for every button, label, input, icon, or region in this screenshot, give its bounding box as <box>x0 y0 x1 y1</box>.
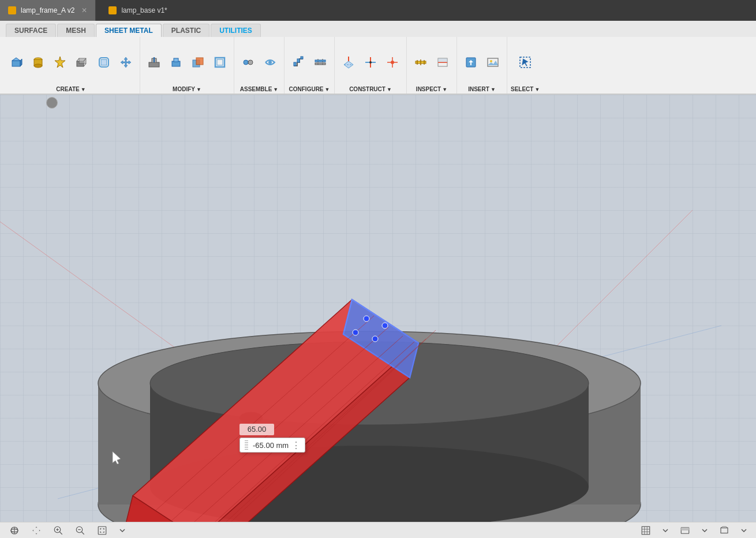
tab-label-lamp-base: lamp_base v1* <box>121 6 167 14</box>
modify-chevron: ▼ <box>196 87 201 92</box>
configure-chevron: ▼ <box>325 87 330 92</box>
tab-mesh[interactable]: MESH <box>57 24 95 37</box>
svg-point-39 <box>391 61 394 64</box>
modify-shell-btn[interactable] <box>209 52 230 73</box>
insert-canvas-btn[interactable] <box>482 52 503 73</box>
assemble-chevron: ▼ <box>273 87 278 92</box>
configure-btn2[interactable] <box>310 52 331 73</box>
svg-rect-19 <box>196 58 203 65</box>
grid-display-btn[interactable] <box>637 524 654 537</box>
inspect-label[interactable]: INSPECT ▼ <box>416 86 447 92</box>
tab-icon-lamp-frame <box>8 6 16 14</box>
construct-label[interactable]: CONSTRUCT ▼ <box>349 86 392 92</box>
svg-line-11 <box>84 63 86 66</box>
svg-point-53 <box>490 60 492 62</box>
display-mode-btn[interactable] <box>676 524 694 537</box>
construct-point-btn[interactable] <box>382 52 403 73</box>
select-label[interactable]: SELECT ▼ <box>511 86 540 92</box>
create-move-btn[interactable] <box>115 52 136 73</box>
pan-btn[interactable] <box>28 524 45 537</box>
svg-rect-8 <box>79 58 86 63</box>
select-btn[interactable] <box>515 52 536 73</box>
bottom-bar <box>0 522 756 538</box>
svg-rect-30 <box>315 63 325 65</box>
assemble-label[interactable]: ASSEMBLE ▼ <box>240 86 278 92</box>
display-dropdown-btn[interactable] <box>698 526 711 535</box>
create-label[interactable]: CREATE ▼ <box>56 86 85 92</box>
construct-axis-btn[interactable] <box>360 52 381 73</box>
modify-press-pull-btn[interactable] <box>144 52 164 73</box>
insert-label[interactable]: INSERT ▼ <box>468 86 496 92</box>
insert-btn1[interactable] <box>461 52 481 73</box>
svg-rect-28 <box>301 57 303 59</box>
tab-label-lamp-frame: lamp_frame_A v2 <box>21 6 74 14</box>
tab-surface[interactable]: SURFACE <box>6 24 56 37</box>
svg-point-22 <box>244 60 248 65</box>
zoom-out-btn[interactable] <box>72 524 89 537</box>
modify-label[interactable]: MODIFY ▼ <box>173 86 201 92</box>
create-chevron: ▼ <box>81 87 86 92</box>
bottom-left <box>6 524 129 537</box>
svg-rect-29 <box>315 60 325 62</box>
chevron-btn[interactable] <box>115 526 129 535</box>
svg-line-94 <box>81 532 84 535</box>
create-cylinder-btn[interactable] <box>28 52 48 73</box>
svg-rect-27 <box>297 59 300 62</box>
toolbar-group-insert: INSERT ▼ <box>457 37 507 94</box>
viewport[interactable]: 65.00 -65.00 mm ⋮ <box>0 95 756 522</box>
construct-plane-btn[interactable] <box>338 52 359 73</box>
tab-close-lamp-frame[interactable]: ✕ <box>81 6 87 14</box>
dimension-popup-value[interactable]: -65.00 mm <box>253 441 289 450</box>
dimension-options-btn[interactable]: ⋮ <box>292 441 300 449</box>
svg-rect-21 <box>217 59 223 65</box>
svg-point-76 <box>364 316 369 322</box>
inspect-measure-btn[interactable] <box>410 52 431 73</box>
fit-all-btn[interactable] <box>93 524 111 537</box>
svg-point-25 <box>268 61 272 64</box>
insert-chevron: ▼ <box>491 87 496 92</box>
svg-point-77 <box>382 323 388 328</box>
zoom-in-btn[interactable] <box>50 524 67 537</box>
toolbar-group-configure: CONFIGURE ▼ <box>285 37 335 94</box>
svg-marker-6 <box>55 57 65 68</box>
tab-lamp-frame[interactable]: lamp_frame_A v2 ✕ <box>0 0 96 21</box>
create-push-btn[interactable] <box>72 52 92 73</box>
assemble-motion-btn[interactable] <box>260 52 280 73</box>
svg-line-9 <box>77 58 79 61</box>
3d-scene: 65.00 <box>0 95 756 522</box>
modify-combine-btn[interactable] <box>188 52 208 73</box>
create-solid-btn[interactable] <box>6 52 27 73</box>
dimension-popup[interactable]: -65.00 mm ⋮ <box>239 438 305 453</box>
assemble-joint-btn[interactable] <box>238 52 259 73</box>
toolbar-group-inspect: INSPECT ▼ <box>407 37 457 94</box>
inspect-section-btn[interactable] <box>432 52 453 73</box>
configure-btn1[interactable] <box>288 52 309 73</box>
svg-rect-102 <box>681 527 689 530</box>
create-fillet-btn[interactable] <box>93 52 114 73</box>
orbit-btn[interactable] <box>6 524 23 537</box>
svg-point-23 <box>248 60 253 65</box>
toolbar: CREATE ▼ <box>0 37 756 95</box>
tab-sheet-metal[interactable]: SHEET METAL <box>96 24 162 37</box>
configure-label[interactable]: CONFIGURE ▼ <box>289 86 330 92</box>
tab-utilities[interactable]: UTILITIES <box>211 24 261 37</box>
toolbar-group-select: SELECT ▼ <box>507 37 543 94</box>
tab-icon-lamp-base <box>108 6 117 14</box>
grid-dropdown-btn[interactable] <box>659 526 672 535</box>
create-extrude-btn[interactable] <box>50 52 70 73</box>
svg-point-38 <box>369 61 372 63</box>
title-bar: lamp_frame_A v2 ✕ lamp_base v1* <box>0 0 756 21</box>
construct-chevron: ▼ <box>387 87 392 92</box>
modify-extrude-btn[interactable] <box>166 52 186 73</box>
tab-lamp-base[interactable]: lamp_base v1* <box>100 0 175 21</box>
toolbar-group-modify: MODIFY ▼ <box>140 37 234 94</box>
select-chevron: ▼ <box>534 87 540 92</box>
tab-plastic[interactable]: PLASTIC <box>163 24 209 37</box>
perspective-dropdown-btn[interactable] <box>738 526 750 535</box>
svg-rect-95 <box>98 526 106 535</box>
perspective-btn[interactable] <box>716 524 733 537</box>
nav-tabs: SURFACE MESH SHEET METAL PLASTIC UTILITI… <box>0 21 756 37</box>
svg-rect-20 <box>215 58 224 67</box>
svg-rect-50 <box>438 58 447 62</box>
svg-point-79 <box>353 330 358 335</box>
